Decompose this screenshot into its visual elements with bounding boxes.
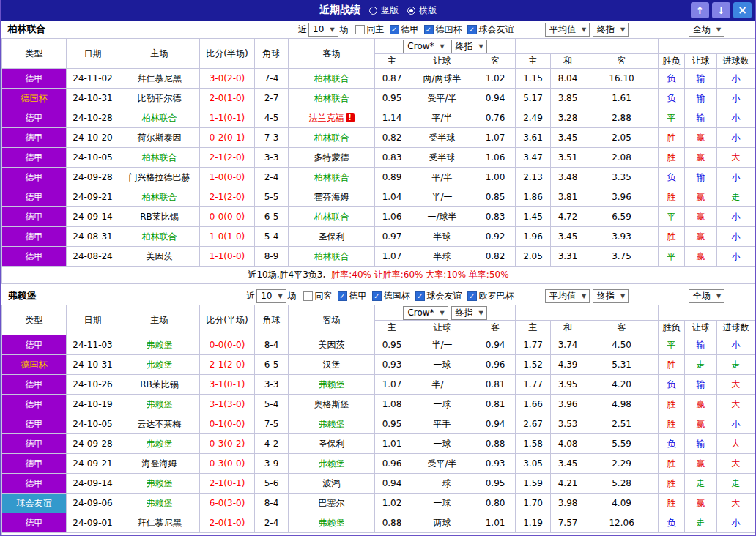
- score-link[interactable]: 1-1(0-0): [200, 247, 255, 267]
- close-button[interactable]: ×: [733, 2, 752, 18]
- odds-ref-select[interactable]: 终指▼: [451, 40, 487, 53]
- away-team-link[interactable]: 柏林联合: [289, 69, 375, 89]
- away-team-link[interactable]: 多特蒙德: [289, 148, 375, 168]
- away-team-link[interactable]: 柏林联合: [289, 247, 375, 267]
- odds-source-select[interactable]: Crow*▼: [403, 306, 448, 320]
- score-link[interactable]: 3-1(0-1): [200, 375, 255, 395]
- same-venue-checkbox-label: 同客: [315, 290, 333, 302]
- home-team-link[interactable]: 比勒菲尔德: [119, 89, 200, 108]
- score-link[interactable]: 2-1(2-0): [200, 187, 255, 207]
- home-team-link[interactable]: 拜仁慕尼黑: [119, 69, 200, 89]
- match-count-select[interactable]: 10▼: [308, 23, 338, 37]
- avg-ref-select[interactable]: 终指▼: [593, 289, 629, 303]
- score-link[interactable]: 2-0(1-0): [200, 89, 255, 108]
- filter-bar: 近10▼场同主✓德甲✓德国杯✓球会友谊: [200, 21, 516, 39]
- score-link[interactable]: 2-1(2-0): [200, 148, 255, 168]
- away-team-link[interactable]: 圣保利: [289, 434, 375, 454]
- away-team-link[interactable]: 柏林联合: [289, 128, 375, 148]
- league-checkbox-2[interactable]: ✓球会友谊: [467, 23, 514, 36]
- odds-source-select[interactable]: Crow*▼: [403, 40, 448, 53]
- home-team-link[interactable]: 弗赖堡: [119, 434, 200, 454]
- odds-ref-select[interactable]: 终指▼: [451, 306, 487, 320]
- away-team-link[interactable]: 弗赖堡: [289, 414, 375, 434]
- odds-away: 0.85: [475, 187, 516, 207]
- home-team-link[interactable]: 柏林联合: [119, 187, 200, 207]
- away-team-link[interactable]: 汉堡: [289, 355, 375, 375]
- score-link[interactable]: 0-0(0-0): [200, 335, 255, 355]
- home-team-link[interactable]: 弗赖堡: [119, 395, 200, 414]
- score-link[interactable]: 0-3(0-0): [200, 454, 255, 474]
- score-link[interactable]: 2-1(2-0): [200, 355, 255, 375]
- home-team-link[interactable]: 弗赖堡: [119, 335, 200, 355]
- score-link[interactable]: 1-1(0-1): [200, 108, 255, 128]
- away-team-link[interactable]: 弗赖堡: [289, 454, 375, 474]
- league-badge: 球会友谊: [2, 494, 67, 513]
- layout-horizontal-radio[interactable]: 横版: [407, 4, 437, 17]
- score-link[interactable]: 0-3(0-2): [200, 434, 255, 454]
- home-team-link[interactable]: 云达不莱梅: [119, 414, 200, 434]
- away-team-link[interactable]: 柏林联合: [289, 168, 375, 187]
- away-team-link[interactable]: 奥格斯堡: [289, 395, 375, 414]
- away-team-link[interactable]: 圣保利: [289, 227, 375, 247]
- away-team-link[interactable]: 柏林联合: [289, 207, 375, 227]
- home-team-link[interactable]: 弗赖堡: [119, 355, 200, 375]
- league-checkbox-0[interactable]: ✓德甲: [338, 290, 367, 302]
- home-team-link[interactable]: 柏林联合: [119, 148, 200, 168]
- score-link[interactable]: 1-0(0-0): [200, 168, 255, 187]
- avg-source-select[interactable]: 平均值▼: [545, 289, 590, 303]
- scope-select[interactable]: 全场▼: [689, 23, 724, 37]
- score-link[interactable]: 2-0(1-0): [200, 513, 255, 533]
- layout-vertical-radio[interactable]: 竖版: [369, 4, 399, 17]
- home-team-link[interactable]: 门兴格拉德巴赫: [119, 168, 200, 187]
- score-link[interactable]: 6-0(3-0): [200, 494, 255, 513]
- avg-draw: 3.31: [551, 247, 585, 267]
- column-header: 进球数: [717, 321, 755, 335]
- away-team-link[interactable]: 美因茨: [289, 335, 375, 355]
- league-checkbox-1[interactable]: ✓德国杯: [424, 23, 462, 36]
- result-goals: 走: [717, 474, 755, 494]
- scroll-down-button[interactable]: ↓: [712, 2, 730, 18]
- away-team-link[interactable]: 弗赖堡: [289, 513, 375, 533]
- same-venue-checkbox[interactable]: 同主: [355, 23, 385, 36]
- score-link[interactable]: 3-0(2-0): [200, 69, 255, 89]
- score-link[interactable]: 2-1(0-1): [200, 474, 255, 494]
- home-team-link[interactable]: 柏林联合: [119, 227, 200, 247]
- home-team-link[interactable]: 柏林联合: [119, 108, 200, 128]
- odds-home: 0.82: [375, 128, 410, 148]
- scope-select-label: 全场: [693, 23, 711, 36]
- home-team-link[interactable]: 弗赖堡: [119, 474, 200, 494]
- away-team-link[interactable]: 弗赖堡: [289, 375, 375, 395]
- match-count-select[interactable]: 10▼: [256, 289, 286, 303]
- league-checkbox-3[interactable]: ✓欧罗巴杯: [467, 290, 514, 302]
- away-team-link[interactable]: 霍芬海姆: [289, 187, 375, 207]
- league-checkbox-1[interactable]: ✓德国杯: [372, 290, 410, 302]
- corners-value: 7-5: [255, 414, 289, 434]
- home-team-link[interactable]: 荷尔斯泰因: [119, 128, 200, 148]
- score-link[interactable]: 0-2(0-1): [200, 128, 255, 148]
- column-header: 和: [551, 54, 585, 69]
- league-badge: 德甲: [2, 187, 67, 207]
- score-link[interactable]: 1-0(1-0): [200, 227, 255, 247]
- league-checkbox-0[interactable]: ✓德甲: [390, 23, 419, 36]
- away-team-link[interactable]: 柏林联合: [289, 89, 375, 108]
- league-checkbox-2[interactable]: ✓球会友谊: [415, 290, 462, 302]
- away-team-link[interactable]: 法兰克福!: [289, 108, 375, 128]
- home-team-link[interactable]: RB莱比锡: [119, 375, 200, 395]
- scroll-up-button[interactable]: ↑: [691, 2, 709, 18]
- avg-home: 3.47: [516, 148, 551, 168]
- away-team-link[interactable]: 波鸿: [289, 474, 375, 494]
- away-team-link[interactable]: 巴塞尔: [289, 494, 375, 513]
- home-team-link[interactable]: 拜仁慕尼黑: [119, 513, 200, 533]
- score-link[interactable]: 0-1(0-0): [200, 414, 255, 434]
- home-team-link[interactable]: 弗赖堡: [119, 494, 200, 513]
- match-date: 24-11-02: [67, 69, 119, 89]
- avg-source-select[interactable]: 平均值▼: [545, 23, 590, 37]
- avg-ref-select[interactable]: 终指▼: [593, 23, 629, 37]
- home-team-link[interactable]: 海登海姆: [119, 454, 200, 474]
- scope-select[interactable]: 全场▼: [689, 289, 724, 303]
- home-team-link[interactable]: 美因茨: [119, 247, 200, 267]
- score-link[interactable]: 0-0(0-0): [200, 207, 255, 227]
- same-venue-checkbox[interactable]: 同客: [303, 290, 333, 302]
- home-team-link[interactable]: RB莱比锡: [119, 207, 200, 227]
- score-link[interactable]: 3-1(3-0): [200, 395, 255, 414]
